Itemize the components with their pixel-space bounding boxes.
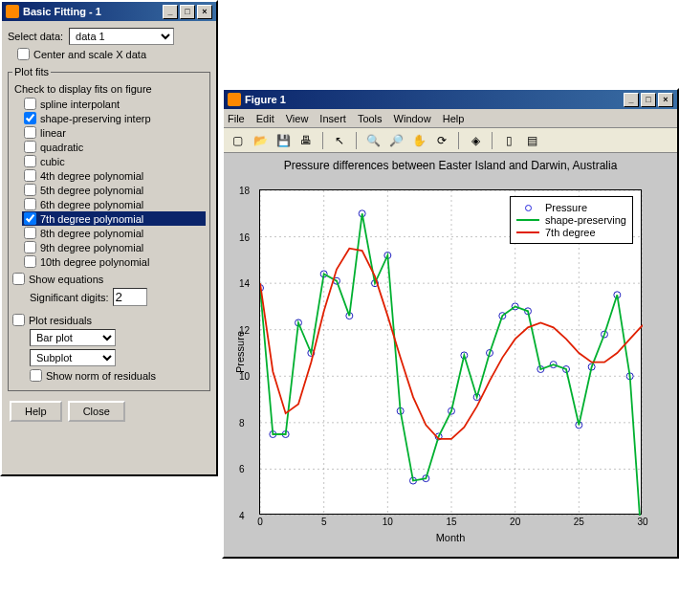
center-scale-label: Center and scale X data	[33, 49, 146, 60]
fit-option-10[interactable]: 9th degree polynomial	[22, 240, 206, 254]
minimize-button[interactable]: _	[163, 5, 178, 19]
close-window-button[interactable]: ×	[658, 93, 673, 107]
pressure-marker-icon	[516, 205, 539, 211]
pan-icon[interactable]: ✋	[409, 131, 428, 150]
datatip-icon[interactable]: ◈	[466, 131, 485, 150]
chart-title: Pressure differences between Easter Isla…	[259, 159, 642, 172]
fit-checkbox[interactable]	[24, 227, 36, 239]
legend-pressure: Pressure	[545, 202, 587, 213]
chart-legend[interactable]: Pressure shape-preserving 7th degree	[510, 196, 633, 244]
fit-option-4[interactable]: cubic	[22, 154, 206, 168]
select-data-label: Select data:	[8, 31, 63, 42]
plot-fits-fieldset: Plot fits Check to display fits on figur…	[8, 66, 210, 391]
fit-label: 6th degree polynomial	[40, 199, 143, 210]
fit-checkbox[interactable]	[24, 98, 36, 110]
figure-window: Figure 1 _ □ × FileEditViewInsertToolsWi…	[222, 88, 679, 559]
menu-view[interactable]: View	[286, 113, 309, 124]
toolbar-separator	[492, 132, 493, 149]
figure-menubar: FileEditViewInsertToolsWindowHelp	[224, 109, 677, 128]
basic-fitting-titlebar[interactable]: Basic Fitting - 1 _ □ ×	[2, 2, 216, 21]
fit-checkbox[interactable]	[24, 241, 36, 253]
menu-file[interactable]: File	[228, 113, 245, 124]
show-norm-label: Show norm of residuals	[46, 370, 156, 382]
print-icon[interactable]: 🖶	[296, 131, 316, 150]
fit-checkbox[interactable]	[24, 155, 36, 167]
menu-help[interactable]: Help	[443, 113, 465, 124]
show-equations-label: Show equations	[29, 274, 103, 285]
shape-preserving-line-icon	[516, 219, 539, 221]
fit-label: spline interpolant	[40, 99, 120, 110]
menu-tools[interactable]: Tools	[358, 113, 383, 124]
fit-option-9[interactable]: 8th degree polynomial	[22, 226, 206, 240]
fit-options-list: spline interpolantshape-preserving inter…	[22, 97, 206, 269]
menu-window[interactable]: Window	[394, 113, 431, 124]
fit-option-0[interactable]: spline interpolant	[22, 97, 206, 111]
new-icon[interactable]: ▢	[228, 131, 247, 150]
toolbar-separator	[458, 132, 459, 149]
open-icon[interactable]: 📂	[251, 131, 270, 150]
fit-checkbox[interactable]	[24, 212, 36, 225]
fit-option-2[interactable]: linear	[22, 125, 206, 140]
fit-label: 4th degree polynomial	[40, 170, 143, 182]
fit-label: 10th degree polynomial	[40, 256, 149, 268]
sig-digits-input[interactable]	[113, 288, 147, 306]
fit-option-3[interactable]: quadratic	[22, 140, 206, 154]
fit-label: 8th degree polynomial	[40, 228, 143, 239]
minimize-button[interactable]: _	[624, 93, 639, 107]
plot-residuals-checkbox[interactable]	[12, 314, 25, 326]
select-data-dropdown[interactable]: data 1	[69, 28, 174, 45]
fit-label: cubic	[40, 156, 65, 167]
y-axis-label: Pressure	[234, 331, 246, 373]
fit-option-1[interactable]: shape-preserving interp	[22, 111, 206, 125]
legend-icon[interactable]: ▤	[522, 131, 541, 150]
fit-checkbox[interactable]	[24, 141, 36, 153]
x-tick-label: 20	[510, 517, 520, 527]
toolbar-separator	[356, 132, 357, 149]
fit-checkbox[interactable]	[24, 126, 36, 139]
x-tick-label: 15	[446, 517, 456, 527]
menu-edit[interactable]: Edit	[256, 113, 274, 124]
x-tick-label: 0	[257, 517, 263, 527]
fit-checkbox[interactable]	[24, 112, 36, 124]
maximize-button[interactable]: □	[180, 5, 195, 19]
show-equations-checkbox[interactable]	[12, 273, 25, 285]
save-icon[interactable]: 💾	[274, 131, 293, 150]
plot-residuals-label: Plot residuals	[29, 315, 92, 326]
figure-titlebar[interactable]: Figure 1 _ □ ×	[224, 90, 677, 109]
help-button[interactable]: Help	[10, 401, 62, 422]
fit-option-6[interactable]: 5th degree polynomial	[22, 183, 206, 197]
y-tick-label: 4	[239, 511, 245, 521]
x-tick-label: 25	[574, 517, 584, 527]
fit-label: linear	[40, 127, 66, 139]
fit-option-11[interactable]: 10th degree polynomial	[22, 254, 206, 269]
close-window-button[interactable]: ×	[197, 5, 212, 19]
fit-label: quadratic	[40, 142, 83, 153]
fit-option-7[interactable]: 6th degree polynomial	[22, 197, 206, 211]
fit-option-8[interactable]: 7th degree polynomial	[22, 211, 206, 226]
residual-location-dropdown[interactable]: Subplot	[30, 349, 116, 366]
fit-option-5[interactable]: 4th degree polynomial	[22, 168, 206, 183]
rotate-icon[interactable]: ⟳	[432, 131, 451, 150]
zoom-in-icon[interactable]: 🔍	[363, 131, 383, 150]
y-tick-label: 8	[239, 417, 245, 428]
window-title: Basic Fitting - 1	[23, 6, 163, 17]
fit-checkbox[interactable]	[24, 255, 36, 268]
pointer-icon[interactable]: ↖	[330, 131, 349, 150]
show-norm-checkbox[interactable]	[30, 369, 42, 382]
close-button[interactable]: Close	[68, 401, 125, 422]
y-tick-label: 6	[239, 464, 245, 474]
legend-shape: shape-preserving	[545, 214, 626, 226]
menu-insert[interactable]: Insert	[319, 113, 346, 124]
colorbar-icon[interactable]: ▯	[499, 131, 518, 150]
fit-checkbox[interactable]	[24, 198, 36, 210]
zoom-out-icon[interactable]: 🔎	[386, 131, 405, 150]
fit-checkbox[interactable]	[24, 184, 36, 196]
fit-checkbox[interactable]	[24, 169, 36, 182]
center-scale-checkbox[interactable]	[17, 48, 30, 60]
maximize-button[interactable]: □	[641, 93, 656, 107]
legend-7th: 7th degree	[545, 227, 596, 238]
fit-label: 5th degree polynomial	[40, 185, 143, 196]
toolbar-separator	[322, 132, 323, 149]
residual-type-dropdown[interactable]: Bar plot	[30, 329, 116, 346]
app-icon	[228, 93, 241, 106]
